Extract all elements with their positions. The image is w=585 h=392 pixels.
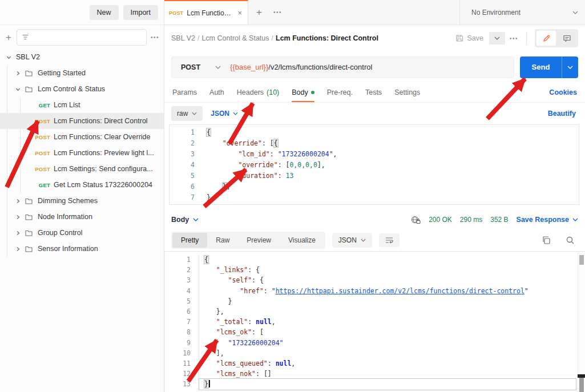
view-tab-pretty[interactable]: Pretty: [172, 233, 207, 248]
request-tab-params[interactable]: Params: [172, 83, 197, 102]
sidebar-item-getting-started[interactable]: Getting Started: [0, 65, 164, 81]
line-number: 1: [165, 254, 199, 265]
view-tab-raw[interactable]: Raw: [207, 233, 238, 248]
url-row: POST {{base_url}}/v2/lcms/functions/dire…: [164, 51, 585, 83]
response-view-tabs: PrettyRawPreviewVisualize: [171, 232, 325, 249]
response-body-selector[interactable]: Body: [171, 216, 199, 224]
breadcrumb-collection[interactable]: SBL V2: [171, 34, 195, 42]
sidebar-item-dimming-schemes[interactable]: Dimming Schemes: [0, 193, 164, 209]
breadcrumb-folder[interactable]: Lcm Control & Status: [201, 34, 269, 42]
body-type-row: raw JSON Beautify: [164, 103, 585, 124]
url-bar: POST {{base_url}}/v2/lcms/functions/dire…: [171, 56, 514, 78]
sidebar-item-lcm-functions-direct-control[interactable]: POSTLcm Functions: Direct Control: [0, 113, 164, 129]
method-selector[interactable]: POST: [172, 63, 230, 71]
pencil-icon: [542, 34, 551, 43]
copy-response-button[interactable]: [542, 236, 551, 245]
chevron-right-icon: [15, 71, 21, 76]
view-tab-visualize[interactable]: Visualize: [280, 233, 324, 248]
body-type-selector[interactable]: raw: [171, 106, 203, 121]
edit-mode-button[interactable]: [536, 31, 556, 46]
status-code[interactable]: 200 OK: [429, 216, 452, 224]
tree-item-label: SBL V2: [16, 53, 40, 61]
request-tab-body[interactable]: Body: [292, 83, 314, 102]
sidebar-item-node-information[interactable]: Node Information: [0, 209, 164, 225]
request-more-icon[interactable]: •••: [510, 35, 518, 42]
request-tab-settings[interactable]: Settings: [394, 83, 420, 102]
sidebar-item-lcm-control-status[interactable]: Lcm Control & Status: [0, 81, 164, 97]
sidebar-item-lcm-functions-clear-override[interactable]: POSTLcm Functions: Clear Override: [0, 129, 164, 145]
add-collection-icon[interactable]: +: [5, 33, 13, 42]
code-line-5: 5 "duration": 13: [170, 171, 579, 181]
cookies-link[interactable]: Cookies: [549, 88, 577, 96]
postman-window: New Import + ••• SBL V2Getting StartedLc…: [0, 0, 585, 392]
beautify-link[interactable]: Beautify: [548, 110, 578, 118]
close-tab-icon[interactable]: ×: [236, 9, 243, 17]
tree-item-label: Get Lcm Status 173226000204: [54, 181, 152, 189]
request-tab-pre-req[interactable]: Pre-req.: [327, 83, 353, 102]
chevron-down-icon: [572, 11, 578, 14]
comments-button[interactable]: [557, 31, 576, 46]
sidebar-filter-box[interactable]: [17, 29, 147, 46]
chevron-right-icon: [15, 246, 21, 252]
environment-selector[interactable]: No Environment: [459, 0, 585, 25]
scrollbar-thumb-bottom[interactable]: [579, 378, 584, 392]
save-button[interactable]: Save: [450, 31, 489, 46]
save-options-chevron[interactable]: [489, 32, 505, 45]
sidebar-item-lcm-settings-send-configura[interactable]: POSTLcm Settings: Send configura...: [0, 161, 164, 177]
sidebar-header: New Import: [0, 0, 164, 25]
breadcrumb-separator: /: [272, 34, 273, 42]
response-meta-row: Body 200 OK 290 ms 352 B Save Response: [164, 210, 585, 229]
filter-icon: [22, 34, 29, 41]
chevron-down-icon: [233, 112, 238, 115]
line-number: 13: [165, 379, 199, 389]
send-options-chevron[interactable]: [562, 56, 578, 78]
sidebar-item-sbl-v2[interactable]: SBL V2: [0, 49, 164, 65]
body-format-selector[interactable]: JSON: [211, 110, 238, 118]
tree-item-label: Lcm Functions: Direct Control: [54, 117, 148, 125]
chevron-down-icon: [15, 87, 21, 92]
sidebar-item-lcm-functions-preview-light-l[interactable]: POSTLcm Functions: Preview light l...: [0, 145, 164, 161]
response-time[interactable]: 290 ms: [460, 216, 482, 224]
save-response-button[interactable]: Save Response: [517, 216, 578, 224]
request-tab-auth[interactable]: Auth: [209, 83, 224, 102]
code-line-10: 10 ],: [165, 348, 585, 358]
tab-title: Lcm Functions: D...: [187, 9, 233, 17]
response-size[interactable]: 352 B: [490, 216, 508, 224]
code-line-4: 4 "href": "https://httpapi.sustainder.co…: [165, 286, 585, 296]
send-button[interactable]: Send: [520, 56, 562, 78]
search-response-button[interactable]: [566, 236, 575, 245]
url-variable: {{base_url}}: [230, 63, 268, 71]
send-split-button: Send: [520, 56, 578, 78]
request-tab-tests[interactable]: Tests: [365, 83, 382, 102]
tree-item-label: Getting Started: [38, 69, 86, 77]
sidebar-item-sensor-information[interactable]: Sensor Information: [0, 241, 164, 257]
doc-comment-toggle: [535, 29, 578, 47]
request-tab-headers[interactable]: Headers(10): [237, 83, 279, 102]
body-present-dot: [311, 91, 314, 94]
sidebar-item-group-control[interactable]: Group Control: [0, 225, 164, 241]
new-tab-icon[interactable]: +: [248, 0, 270, 25]
request-body-editor[interactable]: 1{2 "override": [{3 "lcm_id": "173226000…: [169, 124, 579, 205]
save-icon: [455, 34, 463, 42]
tree-item-label: Lcm Functions: Clear Override: [54, 133, 151, 141]
sidebar-item-lcm-list[interactable]: GETLcm List: [0, 97, 164, 113]
sidebar-filter-input[interactable]: [33, 33, 142, 41]
open-request-tab[interactable]: POST Lcm Functions: D... ×: [164, 0, 248, 25]
scrollbar-thumb[interactable]: [579, 255, 584, 265]
tab-options-icon[interactable]: •••: [270, 0, 285, 25]
breadcrumb-request-name: Lcm Functions: Direct Control: [276, 34, 378, 42]
import-button[interactable]: Import: [123, 5, 158, 20]
response-body-viewer[interactable]: 1{2 "_links": {3 "self": {4 "href": "htt…: [164, 251, 585, 392]
url-input[interactable]: {{base_url}}/v2/lcms/functions/direct-co…: [230, 63, 372, 71]
tree-item-label: Lcm List: [54, 101, 80, 109]
new-button[interactable]: New: [90, 5, 119, 20]
code-line-3: 3 "lcm_id": "173226000204",: [170, 149, 579, 160]
response-format-selector[interactable]: JSON: [332, 233, 372, 248]
chevron-down-icon: [192, 112, 197, 115]
tab-label: Auth: [209, 88, 224, 96]
response-scrollbar[interactable]: [578, 252, 585, 392]
wrap-lines-button[interactable]: [379, 233, 400, 247]
sidebar-item-get-lcm-status-173226000204[interactable]: GETGet Lcm Status 173226000204: [0, 177, 164, 193]
view-tab-preview[interactable]: Preview: [238, 233, 280, 248]
sidebar-more-icon[interactable]: •••: [151, 34, 159, 41]
